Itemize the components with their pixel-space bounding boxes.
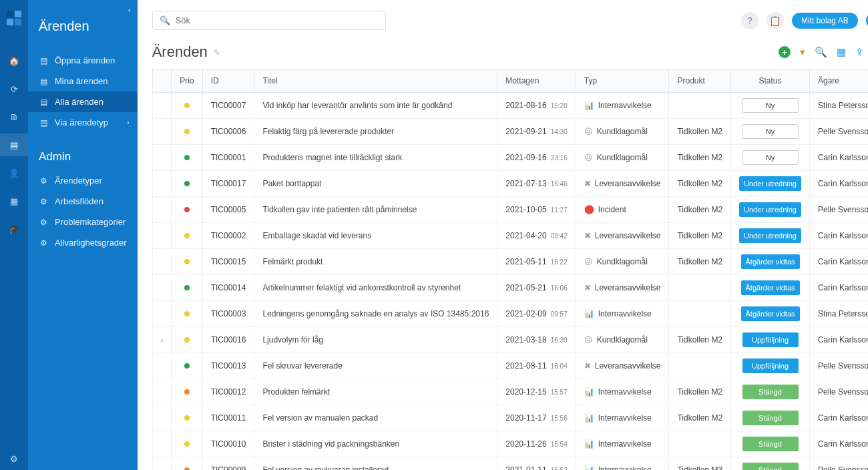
cell-id: TIC00012 <box>202 379 254 405</box>
status-badge: Stängd <box>742 463 799 470</box>
table-row[interactable]: TIC00007Vid inköp har leverantör använts… <box>152 93 868 119</box>
priority-dot <box>184 337 190 342</box>
cell-product: Tidkollen M2 <box>669 223 731 249</box>
rail-home-icon[interactable]: 🏠 <box>0 49 28 72</box>
type-icon: ✖ <box>584 231 591 240</box>
cell-title: Artikelnummer felaktigt vid ankomstkontr… <box>254 275 497 301</box>
edit-title-icon[interactable]: ✎ <box>213 47 220 57</box>
status-badge: Uppföljning <box>742 359 799 373</box>
cell-owner: Stina Petersson <box>809 301 868 327</box>
sidebar-admin-workflows[interactable]: ⚙ Arbetsflöden <box>28 191 138 212</box>
rail-document-icon[interactable]: 🗎 <box>0 105 28 128</box>
rail-cases-icon[interactable]: ▤ <box>0 134 28 156</box>
rail-cycle-icon[interactable]: ⟳ <box>0 77 28 100</box>
th-owner[interactable]: Ägare <box>809 69 868 93</box>
table-row[interactable]: TIC00006Felaktig färg på levererade prod… <box>152 119 868 145</box>
sidebar-item-label: Via ärendetyp <box>55 118 108 128</box>
th-type[interactable]: Typ <box>576 69 669 93</box>
th-prio[interactable]: Prio <box>172 69 202 93</box>
table-row[interactable]: TIC00013Fel skruvar levererade2021-08-11… <box>152 353 868 379</box>
table-row[interactable]: TIC00015Felmärkt produkt2021-05-1116:22☹… <box>152 249 868 275</box>
search-input[interactable] <box>176 15 379 25</box>
page-title: Ärenden <box>152 43 208 61</box>
type-icon: 📊 <box>584 387 594 397</box>
status-badge: Uppföljning <box>742 332 799 347</box>
cell-owner: Carin Karlsson <box>809 405 868 431</box>
cell-received: 2020-12-1515:57 <box>505 387 567 397</box>
table-row[interactable]: TIC00010Brister i städning vid packnings… <box>152 431 868 457</box>
sidebar-item-label: Arbetsflöden <box>55 196 103 206</box>
rail-card-icon[interactable]: ▦ <box>0 190 28 212</box>
search-action-icon[interactable]: 🔍 <box>815 46 827 58</box>
cell-received: 2021-09-1623:16 <box>505 153 567 162</box>
status-badge: Under utredning <box>739 202 801 217</box>
priority-dot <box>184 363 190 369</box>
sidebar-item-mine[interactable]: ▤ Mina ärenden <box>28 71 138 91</box>
cell-product <box>669 301 731 327</box>
status-badge: Ny <box>742 124 799 139</box>
company-select[interactable]: Mitt bolag AB <box>792 13 858 29</box>
type-icon: ☹ <box>584 257 593 266</box>
rail-education-icon[interactable]: 🎓 <box>0 218 28 240</box>
table-row[interactable]: TIC00009Fel version av mukvaran installe… <box>152 457 868 471</box>
cell-product: Tidkollen M2 <box>669 249 731 275</box>
cell-type: ☹Kundklagomål <box>584 335 661 344</box>
cell-id: TIC00015 <box>202 249 254 275</box>
th-title[interactable]: Titel <box>254 69 497 93</box>
status-badge: Åtgärder vidtas <box>741 280 800 295</box>
cell-type: 📊Internavvikelse <box>584 439 661 449</box>
cell-id: TIC00009 <box>202 457 254 471</box>
sidebar-item-all[interactable]: ▤ Alla ärenden <box>28 91 138 112</box>
table-row[interactable]: TIC00005Tidkollen gav inte patienten rät… <box>152 197 868 223</box>
table-container: Prio ID Titel Mottagen Typ Produkt Statu… <box>138 65 868 470</box>
status-badge: Under utredning <box>739 228 801 243</box>
type-icon: ☹ <box>584 127 593 136</box>
cell-title: Felmärkt produkt <box>254 249 497 275</box>
table-row[interactable]: TIC00001Produktens magnet inte tillräckl… <box>152 145 868 171</box>
status-badge: Åtgärder vidtas <box>741 306 800 321</box>
sidebar-admin-types[interactable]: ⚙ Ärendetyper <box>28 170 138 191</box>
sidebar-collapse-icon[interactable]: ‹ <box>128 5 131 15</box>
cell-title: Ljudvolym för låg <box>254 327 497 353</box>
cell-product <box>669 353 731 379</box>
icon-rail: 🏠 ⟳ 🗎 ▤ 👤 ▦ 🎓 ⚙ <box>0 0 28 470</box>
cell-title: Brister i städning vid packningsbänken <box>254 431 497 457</box>
th-status[interactable]: Status <box>731 69 810 93</box>
priority-dot <box>184 467 190 470</box>
grid-view-icon[interactable]: ▦ <box>837 46 846 58</box>
th-product[interactable]: Produkt <box>669 69 731 93</box>
sidebar-item-open[interactable]: ▤ Öppna ärenden <box>28 50 138 71</box>
sidebar-admin-heading: Admin <box>28 133 138 170</box>
table-row[interactable]: TIC00012Produkten felmärkt2020-12-1515:5… <box>152 379 868 405</box>
sidebar-admin-problem-cat[interactable]: ⚙ Problemkategorier <box>28 212 138 232</box>
add-button[interactable]: + <box>779 46 791 58</box>
table-row[interactable]: ›TIC00016Ljudvolym för låg2021-03-1816:3… <box>152 327 868 353</box>
list-icon: ▤ <box>39 97 48 107</box>
type-icon: 🛑 <box>584 205 594 214</box>
filter-icon[interactable]: ▾ <box>800 46 805 58</box>
cell-id: TIC00001 <box>202 145 254 171</box>
cell-owner: Stina Petersson <box>809 93 868 119</box>
idea-icon[interactable]: ⇪ <box>855 46 864 58</box>
clipboard-icon[interactable]: 📋 <box>767 12 784 29</box>
th-id[interactable]: ID <box>202 69 254 93</box>
search-box[interactable]: 🔍 <box>152 11 386 30</box>
rail-people-icon[interactable]: 👤 <box>0 162 28 184</box>
help-icon[interactable]: ? <box>741 12 758 29</box>
table-row[interactable]: TIC00003Ledningens genomgång saknade en … <box>152 301 868 327</box>
cell-id: TIC00002 <box>202 223 254 249</box>
th-received[interactable]: Mottagen <box>497 69 576 93</box>
table-row[interactable]: TIC00002Emballage skadat vid leverans202… <box>152 223 868 249</box>
cell-title: Tidkollen gav inte patienten rätt påminn… <box>254 197 497 223</box>
table-row[interactable]: TIC00011Fel version av manualen packad20… <box>152 405 868 431</box>
table-row[interactable]: TIC00017Paket borttappat2021-07-1316:46✖… <box>152 171 868 197</box>
cell-type: 📊Internavvikelse <box>584 413 661 423</box>
sidebar-item-by-type[interactable]: ▤ Via ärendetyp › <box>28 112 138 133</box>
rail-settings-icon[interactable]: ⚙ <box>0 447 28 470</box>
sidebar-admin-severity[interactable]: ⚙ Allvarlighetsgrader <box>28 232 138 253</box>
cell-owner: Pelle Svensson <box>809 197 868 223</box>
expand-icon[interactable]: › <box>161 336 164 344</box>
table-row[interactable]: TIC00014Artikelnummer felaktigt vid anko… <box>152 275 868 301</box>
cell-received: 2021-08-1615:20 <box>505 101 567 110</box>
gear-icon: ⚙ <box>39 218 48 227</box>
